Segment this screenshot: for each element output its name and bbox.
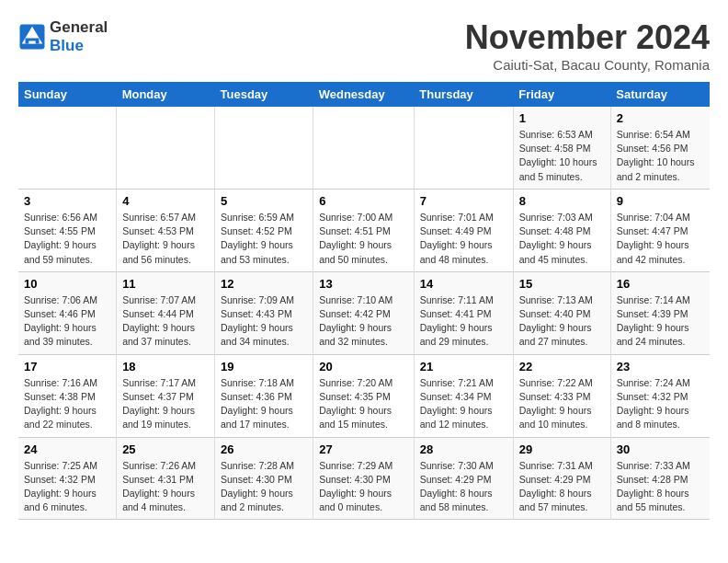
- header: General Blue November 2024 Caiuti-Sat, B…: [18, 18, 710, 73]
- calendar-cell: [117, 107, 215, 189]
- day-number: 25: [122, 442, 209, 456]
- calendar-cell: 2Sunrise: 6:54 AMSunset: 4:56 PMDaylight…: [610, 107, 710, 189]
- calendar-cell: 24Sunrise: 7:25 AMSunset: 4:32 PMDayligh…: [18, 437, 117, 520]
- calendar-cell: 29Sunrise: 7:31 AMSunset: 4:29 PMDayligh…: [513, 437, 610, 520]
- day-info: Sunrise: 7:31 AMSunset: 4:29 PMDaylight:…: [519, 459, 605, 515]
- day-info: Sunrise: 7:01 AMSunset: 4:49 PMDaylight:…: [420, 211, 507, 267]
- calendar-table: SundayMondayTuesdayWednesdayThursdayFrid…: [18, 82, 710, 520]
- day-number: 7: [420, 194, 507, 208]
- day-number: 14: [420, 277, 507, 291]
- day-number: 13: [319, 277, 408, 291]
- calendar-cell: 26Sunrise: 7:28 AMSunset: 4:30 PMDayligh…: [215, 437, 313, 520]
- logo: General Blue: [18, 18, 108, 55]
- day-info: Sunrise: 7:10 AMSunset: 4:42 PMDaylight:…: [319, 293, 408, 350]
- logo-text-group: General Blue: [50, 18, 108, 55]
- day-info: Sunrise: 7:29 AMSunset: 4:30 PMDaylight:…: [319, 459, 408, 515]
- day-info: Sunrise: 7:26 AMSunset: 4:31 PMDaylight:…: [122, 459, 209, 515]
- calendar-cell: 9Sunrise: 7:04 AMSunset: 4:47 PMDaylight…: [610, 189, 710, 271]
- calendar-cell: 27Sunrise: 7:29 AMSunset: 4:30 PMDayligh…: [313, 437, 415, 520]
- calendar-cell: 30Sunrise: 7:33 AMSunset: 4:28 PMDayligh…: [610, 437, 710, 520]
- calendar-cell: 15Sunrise: 7:13 AMSunset: 4:40 PMDayligh…: [513, 271, 610, 354]
- calendar-cell: 25Sunrise: 7:26 AMSunset: 4:31 PMDayligh…: [117, 437, 215, 520]
- column-header-friday: Friday: [513, 82, 610, 107]
- day-info: Sunrise: 7:20 AMSunset: 4:35 PMDaylight:…: [319, 376, 408, 432]
- day-number: 30: [617, 442, 704, 456]
- calendar-cell: [313, 107, 415, 189]
- column-header-tuesday: Tuesday: [215, 82, 313, 107]
- day-number: 2: [617, 111, 704, 125]
- day-info: Sunrise: 6:54 AMSunset: 4:56 PMDaylight:…: [617, 128, 704, 184]
- calendar-cell: 20Sunrise: 7:20 AMSunset: 4:35 PMDayligh…: [313, 354, 415, 437]
- calendar-cell: 22Sunrise: 7:22 AMSunset: 4:33 PMDayligh…: [513, 354, 610, 437]
- calendar-cell: [215, 107, 313, 189]
- day-info: Sunrise: 7:30 AMSunset: 4:29 PMDaylight:…: [420, 459, 507, 515]
- day-info: Sunrise: 6:53 AMSunset: 4:58 PMDaylight:…: [519, 128, 605, 184]
- day-number: 1: [519, 111, 605, 125]
- day-number: 15: [519, 277, 605, 291]
- location-subtitle: Caiuti-Sat, Bacau County, Romania: [465, 57, 710, 73]
- day-number: 18: [122, 360, 209, 373]
- day-number: 20: [319, 360, 408, 373]
- day-number: 19: [221, 360, 307, 373]
- calendar-cell: 12Sunrise: 7:09 AMSunset: 4:43 PMDayligh…: [215, 271, 313, 354]
- day-number: 11: [122, 277, 209, 291]
- day-number: 27: [319, 442, 408, 456]
- day-number: 26: [221, 442, 307, 456]
- calendar-cell: 4Sunrise: 6:57 AMSunset: 4:53 PMDaylight…: [117, 189, 215, 271]
- calendar-body: 1Sunrise: 6:53 AMSunset: 4:58 PMDaylight…: [18, 107, 710, 520]
- calendar-week-1: 1Sunrise: 6:53 AMSunset: 4:58 PMDaylight…: [18, 107, 710, 189]
- day-info: Sunrise: 7:04 AMSunset: 4:47 PMDaylight:…: [617, 211, 704, 267]
- column-header-sunday: Sunday: [18, 82, 117, 107]
- day-number: 5: [221, 194, 307, 208]
- day-info: Sunrise: 7:14 AMSunset: 4:39 PMDaylight:…: [617, 293, 704, 350]
- day-number: 6: [319, 194, 408, 208]
- day-number: 22: [519, 360, 605, 373]
- day-info: Sunrise: 7:21 AMSunset: 4:34 PMDaylight:…: [420, 376, 507, 432]
- calendar-header-row: SundayMondayTuesdayWednesdayThursdayFrid…: [18, 82, 710, 107]
- column-header-thursday: Thursday: [414, 82, 513, 107]
- calendar-cell: 28Sunrise: 7:30 AMSunset: 4:29 PMDayligh…: [414, 437, 513, 520]
- calendar-cell: 1Sunrise: 6:53 AMSunset: 4:58 PMDaylight…: [513, 107, 610, 189]
- calendar-cell: 3Sunrise: 6:56 AMSunset: 4:55 PMDaylight…: [18, 189, 117, 271]
- title-area: November 2024 Caiuti-Sat, Bacau County, …: [465, 18, 710, 73]
- day-number: 28: [420, 442, 507, 456]
- calendar-cell: 17Sunrise: 7:16 AMSunset: 4:38 PMDayligh…: [18, 354, 117, 437]
- logo-general: General: [50, 18, 108, 36]
- logo-icon: [18, 23, 46, 51]
- column-header-monday: Monday: [117, 82, 215, 107]
- day-number: 21: [420, 360, 507, 373]
- day-info: Sunrise: 7:07 AMSunset: 4:44 PMDaylight:…: [122, 293, 209, 350]
- day-info: Sunrise: 7:00 AMSunset: 4:51 PMDaylight:…: [319, 211, 408, 267]
- calendar-week-3: 10Sunrise: 7:06 AMSunset: 4:46 PMDayligh…: [18, 271, 710, 354]
- calendar-cell: 14Sunrise: 7:11 AMSunset: 4:41 PMDayligh…: [414, 271, 513, 354]
- day-number: 24: [24, 442, 110, 456]
- day-info: Sunrise: 7:18 AMSunset: 4:36 PMDaylight:…: [221, 376, 307, 432]
- day-number: 17: [24, 360, 110, 373]
- calendar-cell: 21Sunrise: 7:21 AMSunset: 4:34 PMDayligh…: [414, 354, 513, 437]
- day-info: Sunrise: 7:11 AMSunset: 4:41 PMDaylight:…: [420, 293, 507, 350]
- day-number: 29: [519, 442, 605, 456]
- day-info: Sunrise: 7:06 AMSunset: 4:46 PMDaylight:…: [24, 293, 110, 350]
- day-info: Sunrise: 7:33 AMSunset: 4:28 PMDaylight:…: [617, 459, 704, 515]
- calendar-cell: 8Sunrise: 7:03 AMSunset: 4:48 PMDaylight…: [513, 189, 610, 271]
- calendar-cell: [18, 107, 117, 189]
- day-info: Sunrise: 7:22 AMSunset: 4:33 PMDaylight:…: [519, 376, 605, 432]
- day-number: 12: [221, 277, 307, 291]
- day-info: Sunrise: 7:25 AMSunset: 4:32 PMDaylight:…: [24, 459, 110, 515]
- month-title: November 2024: [465, 18, 710, 57]
- calendar-cell: 11Sunrise: 7:07 AMSunset: 4:44 PMDayligh…: [117, 271, 215, 354]
- svg-rect-3: [28, 41, 36, 44]
- calendar-cell: 16Sunrise: 7:14 AMSunset: 4:39 PMDayligh…: [610, 271, 710, 354]
- calendar-week-2: 3Sunrise: 6:56 AMSunset: 4:55 PMDaylight…: [18, 189, 710, 271]
- day-info: Sunrise: 7:17 AMSunset: 4:37 PMDaylight:…: [122, 376, 209, 432]
- day-info: Sunrise: 7:09 AMSunset: 4:43 PMDaylight:…: [221, 293, 307, 350]
- day-info: Sunrise: 7:28 AMSunset: 4:30 PMDaylight:…: [221, 459, 307, 515]
- day-info: Sunrise: 7:16 AMSunset: 4:38 PMDaylight:…: [24, 376, 110, 432]
- calendar-cell: 13Sunrise: 7:10 AMSunset: 4:42 PMDayligh…: [313, 271, 415, 354]
- calendar-cell: 10Sunrise: 7:06 AMSunset: 4:46 PMDayligh…: [18, 271, 117, 354]
- day-number: 3: [24, 194, 110, 208]
- calendar-cell: 18Sunrise: 7:17 AMSunset: 4:37 PMDayligh…: [117, 354, 215, 437]
- calendar-week-4: 17Sunrise: 7:16 AMSunset: 4:38 PMDayligh…: [18, 354, 710, 437]
- calendar-cell: 19Sunrise: 7:18 AMSunset: 4:36 PMDayligh…: [215, 354, 313, 437]
- day-number: 8: [519, 194, 605, 208]
